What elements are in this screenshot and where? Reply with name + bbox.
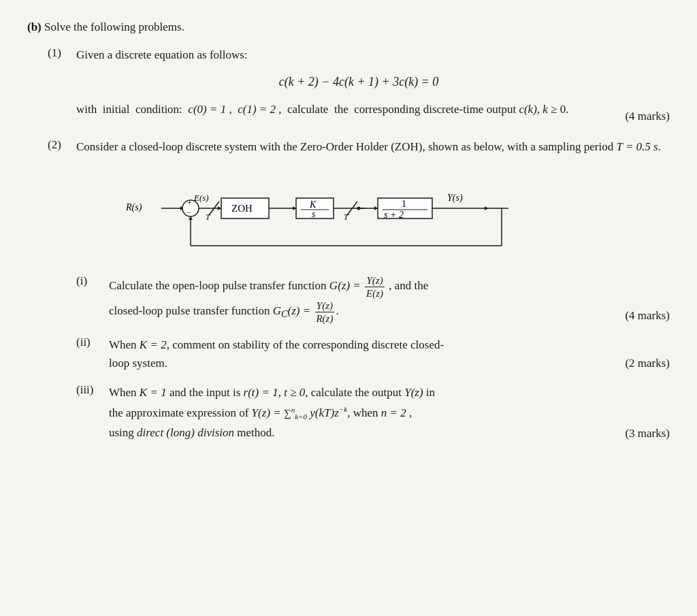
sub-items: (i) Calculate the open-loop pulse transf… [76, 274, 670, 443]
sub-item-ii: (ii) When K = 2, comment on stability of… [76, 336, 670, 372]
one-label: 1 [402, 199, 406, 209]
rs-label: R(s) [125, 202, 142, 213]
sub-i-text: Calculate the open-loop pulse transfer f… [109, 274, 670, 325]
sub-iii-marks: (3 marks) [625, 424, 670, 442]
problem-2: (2) Consider a closed-loop discrete syst… [48, 138, 670, 443]
problem-2-intro: Consider a closed-loop discrete system w… [76, 138, 670, 156]
ys-label: Y(s) [447, 193, 463, 204]
problem-1-text: Given a discrete equation as follows: [76, 46, 670, 64]
dot [357, 206, 361, 210]
sub-iii-text: When K = 1 and the input is r(t) = 1, t … [109, 383, 670, 442]
sub-ii-text: When K = 2, comment on stability of the … [109, 336, 670, 372]
problem-1-condition: with initial condition: c(0) = 1 , c(1) … [76, 100, 670, 123]
sub-iii-number: (iii) [76, 383, 109, 397]
sub-item-iii: (iii) When K = 1 and the input is r(t) =… [76, 383, 670, 442]
plus-sign: + [187, 198, 192, 208]
zoh-label: ZOH [231, 203, 253, 214]
problem-2-number: (2) [48, 138, 76, 152]
sub-i-marks: (4 marks) [625, 306, 670, 325]
sub-item-i: (i) Calculate the open-loop pulse transf… [76, 274, 670, 325]
part-b-label: (b) Solve the following problems. [27, 20, 670, 34]
problem-1-marks: (4 marks) [625, 110, 670, 123]
s-label: s [312, 209, 316, 219]
problem-1: (1) Given a discrete equation as follows… [48, 46, 670, 123]
problem-1-equation: c(k + 2) − 4c(k + 1) + 3c(k) = 0 [48, 75, 670, 89]
part-b: (b) Solve the following problems. (1) Gi… [27, 20, 670, 443]
block-diagram: R(s) + − E(s) T [120, 171, 597, 259]
sub-ii-number: (ii) [76, 336, 109, 349]
sub-ii-marks: (2 marks) [625, 354, 670, 372]
s-plus-2-label: s + 2 [384, 210, 404, 220]
problem-1-number: (1) [48, 46, 76, 60]
k-label: K [309, 199, 317, 210]
arrow-out [485, 206, 488, 210]
minus-sign: − [187, 208, 191, 217]
es-label: E(s) [193, 193, 209, 203]
sub-i-number: (i) [76, 274, 109, 288]
